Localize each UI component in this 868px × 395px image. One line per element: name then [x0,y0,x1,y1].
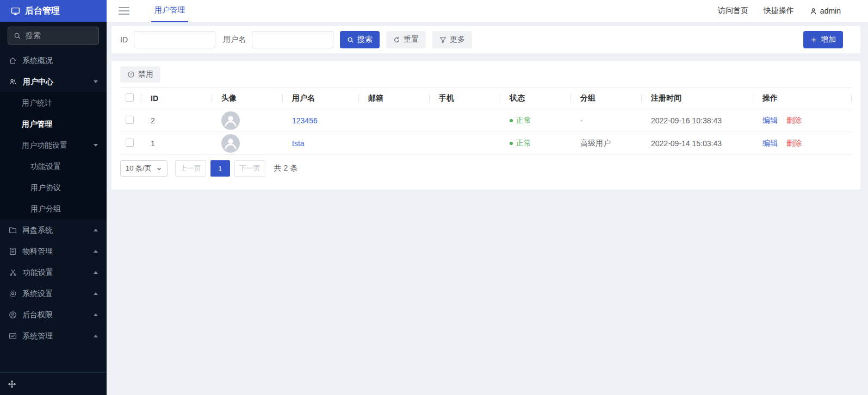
sidebar-item-user-groups[interactable]: 用户分组 [0,198,107,220]
chevron-up-icon [94,292,98,295]
sidebar-item-admin-permissions[interactable]: 后台权限 [0,304,107,325]
add-button[interactable]: 增加 [803,31,843,48]
sidebar-item-user-stats[interactable]: 用户统计 [0,92,107,114]
refresh-icon [393,36,400,43]
select-all-checkbox[interactable] [126,93,134,102]
cell-group: 高级用户 [571,132,641,155]
cell-phone [429,132,500,155]
status-badge: 正常 [510,139,531,148]
table-row: 2 123456 正常 - 2022-09-16 10:38:43 编辑 [120,109,852,132]
main-area: 用户管理 访问首页 快捷操作 admin ID 用户名 搜索 [107,0,868,395]
visit-homepage-link[interactable]: 访问首页 [718,6,748,16]
cell-phone [429,109,500,132]
prev-page-button[interactable]: 上一页 [175,160,206,177]
sidebar-item-label: 系统设置 [22,289,88,299]
id-filter-input[interactable] [134,31,215,48]
column-header-actions: 操作 [753,87,852,109]
chevron-up-icon [94,314,98,316]
row-checkbox[interactable] [126,139,134,147]
app-title: 后台管理 [25,5,60,17]
disable-button-label: 禁用 [138,70,153,79]
sidebar-item-feature-settings[interactable]: 功能设置 [0,262,107,283]
next-page-button[interactable]: 下一页 [234,160,265,177]
sidebar-search-placeholder: 搜索 [26,31,41,41]
sidebar-item-label: 用户功能设置 [22,141,94,151]
column-header-email: 邮箱 [358,87,429,109]
home-icon [9,57,17,65]
sidebar-item-system-overview[interactable]: 系统概况 [0,50,107,71]
cell-registered: 2022-09-14 15:03:43 [641,132,753,155]
sidebar-item-label: 后台权限 [22,310,88,320]
row-checkbox[interactable] [126,116,134,124]
search-icon [347,36,354,43]
sidebar-submenu-user-center: 用户统计 用户管理 用户功能设置 功能设置 用户协议 用户分组 [0,92,107,220]
column-header-avatar: 头像 [212,87,282,109]
sidebar-item-label: 系统管理 [22,331,88,341]
search-button[interactable]: 搜索 [340,31,380,48]
status-text: 正常 [516,139,531,148]
sidebar-item-label: 用户协议 [30,183,61,193]
tab-user-management[interactable]: 用户管理 [151,0,188,22]
quick-actions-link[interactable]: 快捷操作 [764,6,794,16]
edit-button[interactable]: 编辑 [762,116,778,124]
topbar: 用户管理 访问首页 快捷操作 admin [107,0,868,22]
more-button-label: 更多 [450,35,465,45]
sidebar-item-function-settings[interactable]: 功能设置 [0,156,107,177]
username-link[interactable]: 123456 [292,116,318,125]
delete-button[interactable]: 删除 [786,116,802,124]
column-header-status: 状态 [500,87,571,109]
column-header-id: ID [141,87,212,109]
table-header-row: ID 头像 用户名 邮箱 手机 状态 分组 注册时间 操作 [120,87,852,109]
sidebar-item-material-management[interactable]: 物料管理 [0,241,107,262]
cell-id: 1 [141,132,212,155]
sidebar-item-system-settings[interactable]: 系统设置 [0,283,107,304]
tab-label: 用户管理 [154,5,185,15]
user-menu[interactable]: admin [809,7,841,15]
window-icon [9,332,17,340]
chevron-up-icon [94,335,98,337]
page-size-value: 10 条/页 [126,164,152,173]
delete-button[interactable]: 删除 [786,139,802,147]
sidebar-item-label: 系统概况 [22,56,98,66]
person-icon [221,111,240,130]
page-size-select[interactable]: 10 条/页 [120,160,168,177]
move-icon[interactable] [8,380,16,388]
sidebar-item-user-center[interactable]: 用户中心 [0,71,107,92]
filter-bar: ID 用户名 搜索 重置 更多 增加 [111,26,860,53]
search-button-label: 搜索 [357,35,373,45]
column-header-group: 分组 [571,87,641,109]
username-link[interactable]: tsta [292,139,305,148]
page-number-1[interactable]: 1 [210,160,230,177]
pagination: 10 条/页 上一页 1 下一页 共 2 条 [120,160,852,177]
sidebar-footer [0,372,107,395]
more-button[interactable]: 更多 [432,31,472,48]
sidebar: 后台管理 搜索 系统概况 用户中心 用户统计 用户管理 [0,0,107,395]
username-filter-input[interactable] [252,31,333,48]
id-filter-label: ID [120,35,128,44]
sidebar-search-input[interactable]: 搜索 [8,27,99,45]
sidebar-item-label: 功能设置 [23,268,88,278]
folder-icon [9,226,17,234]
sidebar-item-user-function-settings[interactable]: 用户功能设置 [0,135,107,156]
sidebar-item-user-agreement[interactable]: 用户协议 [0,177,107,198]
sidebar-menu: 系统概况 用户中心 用户统计 用户管理 用户功能设置 功能设 [0,50,107,347]
sidebar-item-label: 用户中心 [23,77,88,87]
app-root: 后台管理 搜索 系统概况 用户中心 用户统计 用户管理 [0,0,868,395]
person-icon [809,7,817,15]
reset-button-label: 重置 [404,35,419,45]
document-icon [9,247,17,255]
column-header-username: 用户名 [282,87,358,109]
disable-button[interactable]: 禁用 [120,66,160,83]
edit-button[interactable]: 编辑 [762,139,778,147]
sidebar-item-system-management[interactable]: 系统管理 [0,325,107,347]
search-icon [14,32,21,40]
table-row: 1 tsta 正常 高级用户 2022-09-14 15:03:43 编 [120,132,852,155]
scissors-icon [9,268,17,277]
cell-group: - [571,109,641,132]
topbar-right: 访问首页 快捷操作 admin [718,6,868,16]
sidebar-item-user-management[interactable]: 用户管理 [0,114,107,135]
sidebar-item-netdisk-system[interactable]: 网盘系统 [0,220,107,241]
app-logo: 后台管理 [0,0,107,22]
reset-button[interactable]: 重置 [386,31,426,48]
menu-toggle-icon[interactable] [119,7,129,15]
